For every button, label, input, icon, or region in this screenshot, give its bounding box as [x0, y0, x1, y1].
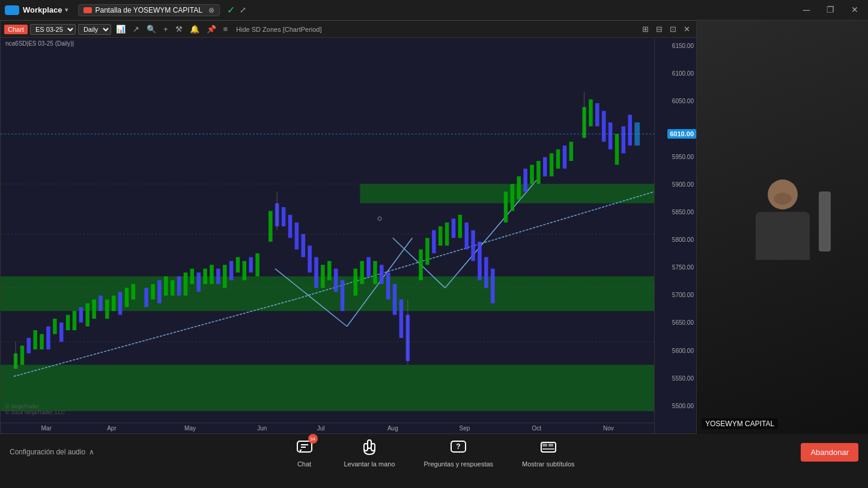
- svg-rect-13: [20, 346, 25, 365]
- chart-type-button[interactable]: 📊: [114, 23, 128, 35]
- list-button[interactable]: ≡: [221, 23, 231, 35]
- svg-rect-26: [105, 300, 109, 319]
- audio-config-arrow[interactable]: ∧: [89, 448, 94, 456]
- svg-rect-33: [157, 280, 162, 303]
- svg-rect-19: [59, 322, 64, 342]
- svg-rect-42: [216, 269, 220, 285]
- video-person-name: YOSEWYM CAPITAL: [702, 418, 778, 429]
- chart-toolbar: Chart ES 03-25 Daily 📊 ↗ 🔍 + ⚒ 🔔 📌 ≡ Hid…: [1, 21, 696, 38]
- svg-rect-82: [504, 191, 508, 222]
- price-label-5650: 5650.00: [672, 319, 694, 326]
- tools-button[interactable]: ⚒: [173, 23, 185, 35]
- captions-label: Mostrar subtítulos: [522, 460, 574, 468]
- svg-rect-51: [282, 207, 286, 226]
- svg-rect-40: [203, 269, 207, 285]
- person-silhouette: [747, 179, 819, 276]
- svg-rect-28: [118, 292, 123, 315]
- time-label-jul: Jul: [317, 425, 325, 432]
- minimize-button[interactable]: ─: [798, 4, 815, 17]
- symbol-select[interactable]: ES 03-25: [30, 24, 76, 35]
- fullscreen-button[interactable]: ⊡: [667, 23, 679, 35]
- svg-rect-88: [543, 157, 547, 176]
- alert-button[interactable]: 🔔: [187, 23, 202, 35]
- title-dropdown[interactable]: ▾: [65, 6, 68, 14]
- chat-label: Chat: [297, 460, 311, 468]
- restore-button[interactable]: ❐: [822, 4, 839, 17]
- svg-rect-90: [556, 149, 560, 169]
- add-button[interactable]: +: [161, 23, 171, 35]
- watermark-line1: © NinjaTrader: [5, 403, 65, 409]
- svg-rect-49: [269, 211, 273, 241]
- svg-rect-87: [536, 161, 541, 184]
- svg-rect-55: [308, 246, 312, 273]
- svg-rect-80: [484, 257, 488, 288]
- svg-rect-68: [399, 300, 404, 338]
- raise-hand-label: Levantar la mano: [344, 460, 395, 468]
- svg-rect-53: [295, 223, 299, 250]
- captions-button[interactable]: Mostrar subtítulos: [522, 436, 574, 468]
- window-controls: ─ ❐ ✕: [798, 4, 863, 17]
- svg-marker-1: [14, 7, 17, 14]
- video-panel: ◀ WYM YOSEWYM CAPITAL: [697, 20, 868, 434]
- svg-rect-77: [464, 223, 469, 250]
- svg-rect-72: [432, 230, 436, 253]
- hide-zones-button[interactable]: Hide SD Zones [ChartPeriod]: [232, 25, 325, 34]
- qa-button[interactable]: ? Preguntas y respuestas: [424, 436, 494, 468]
- svg-rect-122: [542, 444, 547, 447]
- svg-rect-22: [79, 307, 83, 323]
- draw-line-button[interactable]: ↗: [130, 23, 142, 35]
- svg-rect-45: [236, 257, 240, 273]
- price-label-6100: 6100.00: [672, 70, 694, 77]
- screen-share-button[interactable]: Pantalla de YOSEWYM CAPITAL ⊗: [78, 4, 220, 16]
- price-axis: 6150.00 6100.00 6050.00 6010.00 5950.00 …: [654, 38, 696, 433]
- svg-rect-36: [177, 276, 181, 295]
- svg-rect-58: [327, 261, 332, 280]
- price-label-5900: 5900.00: [672, 181, 694, 187]
- svg-rect-79: [478, 242, 482, 280]
- time-label-may: May: [184, 425, 196, 432]
- chart-label: Chart: [4, 25, 28, 34]
- timeframe-select[interactable]: Daily: [78, 24, 111, 35]
- close-chart-button[interactable]: ✕: [681, 23, 693, 35]
- screen-share-label: Pantalla de YOSEWYM CAPITAL: [96, 6, 202, 14]
- svg-rect-30: [132, 284, 136, 300]
- svg-rect-17: [46, 327, 50, 349]
- svg-rect-85: [523, 169, 527, 191]
- svg-rect-95: [595, 103, 599, 126]
- svg-rect-46: [243, 261, 247, 280]
- person-head: [768, 179, 798, 209]
- toolbar-right: ⊞ ⊟ ⊡ ✕: [640, 23, 693, 35]
- svg-rect-76: [458, 215, 463, 238]
- bottom-controls: Configuración del audio ∧ 34 Chat: [0, 434, 868, 470]
- chat-button[interactable]: 34 Chat: [294, 436, 315, 468]
- svg-rect-34: [164, 276, 168, 295]
- price-label-5850: 5850.00: [672, 208, 694, 215]
- layout-button[interactable]: ⊞: [640, 23, 651, 35]
- price-label-5600: 5600.00: [672, 347, 694, 354]
- bottom-bar: Configuración del audio ∧ 34 Chat: [0, 434, 868, 488]
- svg-rect-23: [85, 303, 90, 326]
- audio-config[interactable]: Configuración del audio ∧: [10, 448, 94, 456]
- stop-share-icon[interactable]: ⊗: [208, 6, 214, 14]
- svg-rect-14: [27, 338, 31, 354]
- leave-button[interactable]: Abandonar: [801, 443, 858, 462]
- time-label-aug: Aug: [387, 425, 398, 432]
- svg-rect-83: [511, 184, 515, 211]
- magnify-button[interactable]: 🔍: [144, 23, 159, 35]
- marker-button[interactable]: 📌: [204, 23, 219, 35]
- time-axis: Mar Apr May Jun Jul Aug Sep Oct Nov: [1, 423, 654, 433]
- raise-hand-button[interactable]: Levantar la mano: [344, 436, 395, 468]
- svg-rect-100: [628, 115, 632, 145]
- chart-body[interactable]: nca6SD|ES 03-25 (Daily)| →: [1, 38, 696, 433]
- svg-rect-39: [196, 273, 201, 292]
- svg-rect-64: [373, 261, 377, 284]
- price-label-5800: 5800.00: [672, 236, 694, 243]
- settings-button[interactable]: ⊟: [654, 23, 665, 35]
- chat-badge: 34: [308, 434, 318, 444]
- close-button[interactable]: ✕: [846, 4, 863, 17]
- svg-rect-96: [602, 111, 606, 142]
- svg-rect-47: [249, 257, 253, 273]
- svg-rect-61: [354, 269, 358, 296]
- svg-rect-97: [609, 122, 613, 149]
- expand-icon[interactable]: ⤢: [240, 5, 246, 14]
